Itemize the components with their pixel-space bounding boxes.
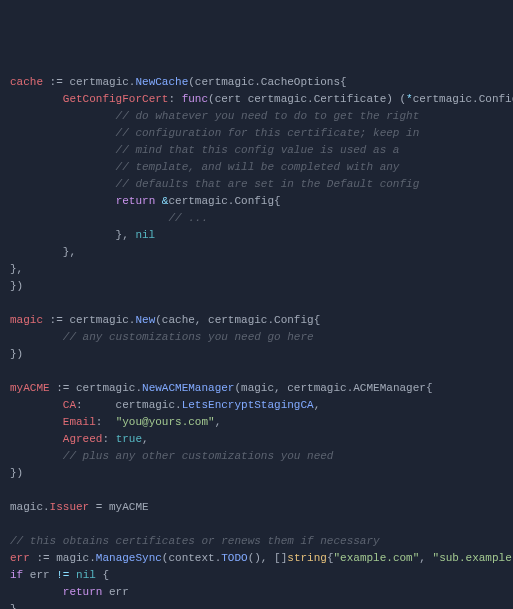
token-op: * — [406, 93, 413, 105]
token-pkg: , — [142, 433, 149, 445]
token-pkg: , — [419, 552, 432, 564]
code-line: }, nil — [10, 227, 503, 244]
token-kw: return — [116, 195, 156, 207]
code-line: magic := certmagic.New(cache, certmagic.… — [10, 312, 503, 329]
token-pkg: := certmagic. — [50, 382, 142, 394]
token-com: // configuration for this certificate; k… — [10, 127, 419, 139]
token-pkg: (context. — [162, 552, 221, 564]
code-line: Agreed: true, — [10, 431, 503, 448]
token-pkg: : — [102, 433, 115, 445]
token-pkg: := certmagic. — [43, 314, 135, 326]
token-pkg — [155, 195, 162, 207]
token-pkg: }, — [10, 246, 76, 258]
token-lit: true — [116, 433, 142, 445]
token-lit: nil — [76, 569, 96, 581]
token-pkg: : — [96, 416, 116, 428]
token-pkg — [10, 433, 63, 445]
code-line: }, — [10, 244, 503, 261]
token-fn: NewCache — [135, 76, 188, 88]
token-com: // ... — [10, 212, 208, 224]
token-pkg: }, — [10, 229, 135, 241]
code-line: GetConfigForCert: func(cert certmagic.Ce… — [10, 91, 503, 108]
token-str: "you@yours.com" — [116, 416, 215, 428]
token-pkg: }) — [10, 280, 23, 292]
token-field: CA — [63, 399, 76, 411]
code-line: // defaults that are set in the Default … — [10, 176, 503, 193]
token-kw: func — [182, 93, 208, 105]
code-line: return err — [10, 584, 503, 601]
code-line: // mind that this config value is used a… — [10, 142, 503, 159]
token-pkg: = myACME — [89, 501, 148, 513]
token-pkg: (cache, certmagic.Config{ — [155, 314, 320, 326]
token-str: "example.com" — [334, 552, 420, 564]
token-kw: if — [10, 569, 23, 581]
token-fn: New — [135, 314, 155, 326]
token-pkg: err — [102, 586, 128, 598]
code-line: }) — [10, 278, 503, 295]
token-com: // defaults that are set in the Default … — [10, 178, 419, 190]
code-line — [10, 482, 503, 499]
code-line: // configuration for this certificate; k… — [10, 125, 503, 142]
code-line: }, — [10, 261, 503, 278]
token-pkg: }, — [10, 263, 23, 275]
token-pkg: magic. — [10, 501, 50, 513]
token-com: // plus any other customizations you nee… — [10, 450, 333, 462]
code-line: // plus any other customizations you nee… — [10, 448, 503, 465]
token-id: myACME — [10, 382, 50, 394]
code-line: return &certmagic.Config{ — [10, 193, 503, 210]
token-id: magic — [10, 314, 43, 326]
token-pkg: }) — [10, 348, 23, 360]
code-line: Email: "you@yours.com", — [10, 414, 503, 431]
code-line: // template, and will be completed with … — [10, 159, 503, 176]
code-line: }) — [10, 346, 503, 363]
code-block: cache := certmagic.NewCache(certmagic.Ca… — [10, 74, 503, 609]
code-line: err := magic.ManageSync(context.TODO(), … — [10, 550, 503, 567]
token-pkg — [10, 399, 63, 411]
token-com: // mind that this config value is used a… — [10, 144, 399, 156]
code-line: myACME := certmagic.NewACMEManager(magic… — [10, 380, 503, 397]
token-pkg: (magic, certmagic.ACMEManager{ — [234, 382, 432, 394]
token-fn: TODO — [221, 552, 247, 564]
code-line: // any customizations you need go here — [10, 329, 503, 346]
token-lit: nil — [135, 229, 155, 241]
token-kw: return — [63, 586, 103, 598]
token-field: Issuer — [50, 501, 90, 513]
token-pkg: } — [10, 603, 17, 609]
token-pkg — [10, 195, 116, 207]
code-line: } — [10, 601, 503, 609]
code-line: magic.Issuer = myACME — [10, 499, 503, 516]
code-line: // this obtains certificates or renews t… — [10, 533, 503, 550]
token-pkg: certmagic.Config, — [413, 93, 513, 105]
token-pkg: }) — [10, 467, 23, 479]
token-pkg: { — [327, 552, 334, 564]
token-pkg: certmagic.Config{ — [168, 195, 280, 207]
code-line: cache := certmagic.NewCache(certmagic.Ca… — [10, 74, 503, 91]
token-com: // this obtains certificates or renews t… — [10, 535, 380, 547]
token-pkg: : certmagic. — [76, 399, 182, 411]
code-line: if err != nil { — [10, 567, 503, 584]
token-pkg — [10, 93, 63, 105]
token-op: != — [56, 569, 69, 581]
token-pkg: := magic. — [30, 552, 96, 564]
code-line: // do whatever you need to do to get the… — [10, 108, 503, 125]
token-pkg: (certmagic.CacheOptions{ — [188, 76, 346, 88]
token-type: string — [287, 552, 327, 564]
code-line — [10, 295, 503, 312]
token-pkg: err — [23, 569, 56, 581]
code-line — [10, 516, 503, 533]
token-pkg: := certmagic. — [43, 76, 135, 88]
token-com: // template, and will be completed with … — [10, 161, 399, 173]
token-fn: NewACMEManager — [142, 382, 234, 394]
token-pkg — [10, 586, 63, 598]
code-line — [10, 363, 503, 380]
token-pkg: (), [] — [248, 552, 288, 564]
token-id: cache — [10, 76, 43, 88]
token-id: err — [10, 552, 30, 564]
token-pkg: , — [215, 416, 222, 428]
token-field: Email — [63, 416, 96, 428]
token-field: GetConfigForCert — [63, 93, 169, 105]
token-fn: ManageSync — [96, 552, 162, 564]
token-pkg: (cert certmagic.Certificate) ( — [208, 93, 406, 105]
token-pkg: : — [168, 93, 181, 105]
token-fn: LetsEncryptStagingCA — [182, 399, 314, 411]
